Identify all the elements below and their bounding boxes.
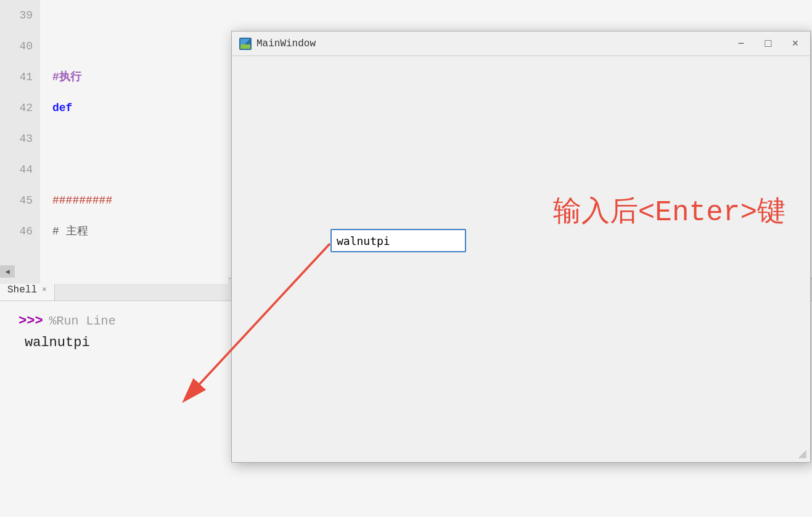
code-line-46: # 主程 [40, 216, 228, 247]
shell-tab-close-button[interactable]: × [42, 285, 47, 294]
code-line-41: #执行 [40, 62, 228, 93]
modal-body: 输入后<Enter>键 [232, 56, 810, 462]
line-numbers: 39 40 41 42 43 44 45 46 [0, 0, 40, 284]
line-num-45: 45 [19, 185, 33, 216]
close-button[interactable]: × [788, 36, 803, 51]
code-line-43 [40, 123, 228, 154]
line-num-39: 39 [19, 0, 33, 31]
modal-titlebar: MainWindow − □ × [232, 31, 810, 56]
modal-input-wrapper [330, 229, 466, 252]
scroll-left-button[interactable]: ◀ [0, 265, 15, 278]
modal-title-text: MainWindow [256, 38, 316, 49]
shell-tab-label: Shell [7, 284, 37, 296]
shell-prompt-arrows: >>> [18, 313, 43, 329]
modal-title-left: MainWindow [239, 38, 316, 50]
code-line-44 [40, 154, 228, 185]
code-content: #执行 def ######### # 主程 [40, 0, 228, 284]
line-num-40: 40 [19, 31, 33, 62]
code-line-45: ######### [40, 185, 228, 216]
code-line-39 [40, 0, 228, 31]
username-input[interactable] [330, 229, 466, 252]
line-num-46: 46 [19, 216, 33, 247]
line-num-41: 41 [19, 62, 33, 93]
line-num-44: 44 [19, 154, 33, 185]
code-line-40 [40, 31, 228, 62]
line-num-43: 43 [19, 123, 33, 154]
annotation-text: 输入后<Enter>键 [553, 192, 785, 230]
resize-icon [795, 447, 806, 458]
shell-command: %Run Line [49, 314, 116, 328]
resize-handle[interactable] [795, 447, 806, 458]
window-icon [239, 38, 252, 50]
maximize-button[interactable]: □ [761, 36, 776, 51]
code-line-42: def [40, 93, 228, 123]
scroll-left-icon: ◀ [5, 267, 9, 276]
code-editor: 39 40 41 42 43 44 45 46 #执行 def ########… [0, 0, 228, 278]
main-window-dialog: MainWindow − □ × 输入后<Enter>键 [231, 31, 811, 463]
minimize-button[interactable]: − [734, 36, 748, 51]
line-num-42: 42 [19, 93, 33, 123]
modal-controls: − □ × [734, 36, 803, 51]
